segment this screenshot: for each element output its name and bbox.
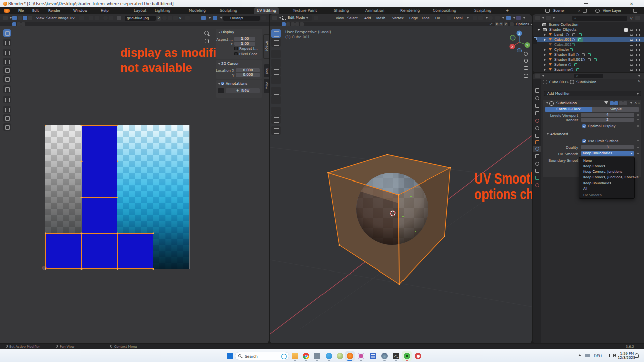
titlebar: Blender* [C:\Users\kevin\Desktop\shader_…	[0, 0, 644, 7]
viewport-3d[interactable]: Edit Mode View Select Add Mesh Vertex Ed…	[270, 14, 532, 343]
uv-smooth-menu[interactable]: None Keep Corners Keep Corners, Junction…	[579, 157, 635, 199]
outliner[interactable]: ⌕ ▽ Scene Collection Shader Objects band	[533, 14, 644, 72]
svg-text:Z: Z	[518, 32, 520, 35]
topbar: File Edit Render Window Help Layout Ligh…	[0, 7, 644, 14]
svg-text:X: X	[511, 45, 513, 48]
svg-text:Y: Y	[526, 43, 528, 47]
uv-editor[interactable]: View Select Image UV grid-blue.jpg 2 × U…	[0, 14, 269, 343]
add-modifier[interactable]: Add Modifier	[544, 90, 641, 96]
uv-image	[45, 125, 189, 269]
statusbar: Set Active Modifier Pan View Context Men…	[0, 344, 644, 349]
properties[interactable]: ⌕ Cube.001 > Subdivision ✎ Add Modifier	[533, 73, 644, 343]
uv-npanel: Display Aspect ... 1.00 Y 1.00 Repeat I.…	[216, 29, 262, 113]
blender-screenshot: Blender* [C:\Users\kevin\Desktop\shader_…	[0, 0, 644, 362]
taskbar[interactable]: Search >_ DEU 1:59 PM12/3/2023	[0, 349, 644, 362]
